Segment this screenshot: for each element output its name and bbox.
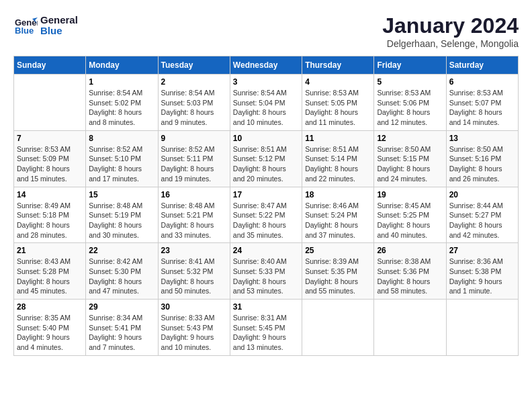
day-info: Sunrise: 8:51 AMSunset: 5:12 PMDaylight:… — [233, 144, 299, 184]
day-number: 6 — [449, 77, 515, 87]
day-info: Sunrise: 8:48 AMSunset: 5:21 PMDaylight:… — [161, 201, 227, 240]
day-number: 24 — [233, 246, 299, 255]
day-number: 27 — [449, 246, 515, 255]
day-info: Sunrise: 8:36 AMSunset: 5:38 PMDaylight:… — [449, 257, 515, 296]
calendar-week-5: 28Sunrise: 8:35 AMSunset: 5:40 PMDayligh… — [14, 300, 519, 356]
day-number: 28 — [17, 302, 83, 312]
day-info: Sunrise: 8:44 AMSunset: 5:27 PMDaylight:… — [449, 201, 515, 240]
day-number: 8 — [89, 134, 154, 143]
calendar-header: SundayMondayTuesdayWednesdayThursdayFrid… — [14, 56, 519, 75]
day-info: Sunrise: 8:49 AMSunset: 5:18 PMDaylight:… — [17, 201, 83, 240]
day-info: Sunrise: 8:35 AMSunset: 5:40 PMDaylight:… — [17, 313, 83, 353]
day-info: Sunrise: 8:53 AMSunset: 5:05 PMDaylight:… — [305, 88, 371, 128]
page-header: General Blue General Blue January 2024 D… — [13, 13, 519, 49]
calendar-cell: 14Sunrise: 8:49 AMSunset: 5:18 PMDayligh… — [14, 187, 86, 243]
day-header-monday: Monday — [86, 56, 158, 75]
calendar-cell: 12Sunrise: 8:50 AMSunset: 5:15 PMDayligh… — [374, 130, 446, 187]
day-info: Sunrise: 8:53 AMSunset: 5:07 PMDaylight:… — [449, 88, 515, 128]
calendar-cell: 23Sunrise: 8:41 AMSunset: 5:32 PMDayligh… — [158, 243, 230, 300]
day-info: Sunrise: 8:54 AMSunset: 5:04 PMDaylight:… — [233, 88, 299, 128]
calendar-cell: 22Sunrise: 8:42 AMSunset: 5:30 PMDayligh… — [86, 243, 158, 300]
day-header-wednesday: Wednesday — [230, 56, 302, 75]
calendar-cell — [374, 300, 446, 356]
location: Delgerhaan, Selenge, Mongolia — [382, 38, 519, 49]
day-info: Sunrise: 8:42 AMSunset: 5:30 PMDaylight:… — [89, 257, 154, 296]
day-header-thursday: Thursday — [302, 56, 374, 75]
day-info: Sunrise: 8:52 AMSunset: 5:10 PMDaylight:… — [89, 144, 154, 184]
day-number: 23 — [161, 246, 227, 255]
calendar-week-4: 21Sunrise: 8:43 AMSunset: 5:28 PMDayligh… — [14, 243, 519, 300]
calendar-cell: 1Sunrise: 8:54 AMSunset: 5:02 PMDaylight… — [86, 75, 158, 131]
calendar-cell: 27Sunrise: 8:36 AMSunset: 5:38 PMDayligh… — [446, 243, 518, 300]
day-number: 14 — [17, 190, 83, 199]
calendar-cell: 5Sunrise: 8:53 AMSunset: 5:06 PMDaylight… — [374, 75, 446, 131]
day-info: Sunrise: 8:50 AMSunset: 5:16 PMDaylight:… — [449, 144, 515, 184]
day-number: 11 — [305, 134, 371, 143]
day-info: Sunrise: 8:40 AMSunset: 5:33 PMDaylight:… — [233, 257, 299, 296]
calendar-cell: 24Sunrise: 8:40 AMSunset: 5:33 PMDayligh… — [230, 243, 302, 300]
day-number: 16 — [161, 190, 227, 199]
logo: General Blue General Blue — [13, 13, 78, 38]
calendar-cell: 29Sunrise: 8:34 AMSunset: 5:41 PMDayligh… — [86, 300, 158, 356]
day-info: Sunrise: 8:45 AMSunset: 5:25 PMDaylight:… — [377, 201, 443, 240]
day-info: Sunrise: 8:54 AMSunset: 5:03 PMDaylight:… — [161, 88, 227, 128]
day-header-tuesday: Tuesday — [158, 56, 230, 75]
day-header-sunday: Sunday — [14, 56, 86, 75]
calendar-cell: 4Sunrise: 8:53 AMSunset: 5:05 PMDaylight… — [302, 75, 374, 131]
calendar-week-3: 14Sunrise: 8:49 AMSunset: 5:18 PMDayligh… — [14, 187, 519, 243]
calendar-cell: 31Sunrise: 8:31 AMSunset: 5:45 PMDayligh… — [230, 300, 302, 356]
day-number: 17 — [233, 190, 299, 199]
calendar-cell: 25Sunrise: 8:39 AMSunset: 5:35 PMDayligh… — [302, 243, 374, 300]
calendar-cell: 13Sunrise: 8:50 AMSunset: 5:16 PMDayligh… — [446, 130, 518, 187]
day-header-friday: Friday — [374, 56, 446, 75]
calendar-cell: 26Sunrise: 8:38 AMSunset: 5:36 PMDayligh… — [374, 243, 446, 300]
day-info: Sunrise: 8:43 AMSunset: 5:28 PMDaylight:… — [17, 257, 83, 296]
calendar-cell: 3Sunrise: 8:54 AMSunset: 5:04 PMDaylight… — [230, 75, 302, 131]
title-block: January 2024 Delgerhaan, Selenge, Mongol… — [382, 13, 519, 49]
day-info: Sunrise: 8:46 AMSunset: 5:24 PMDaylight:… — [305, 201, 371, 240]
day-number: 25 — [305, 246, 371, 255]
day-info: Sunrise: 8:48 AMSunset: 5:19 PMDaylight:… — [89, 201, 154, 240]
calendar-cell: 9Sunrise: 8:52 AMSunset: 5:11 PMDaylight… — [158, 130, 230, 187]
day-info: Sunrise: 8:47 AMSunset: 5:22 PMDaylight:… — [233, 201, 299, 240]
calendar-cell: 6Sunrise: 8:53 AMSunset: 5:07 PMDaylight… — [446, 75, 518, 131]
calendar-cell: 21Sunrise: 8:43 AMSunset: 5:28 PMDayligh… — [14, 243, 86, 300]
calendar-cell: 18Sunrise: 8:46 AMSunset: 5:24 PMDayligh… — [302, 187, 374, 243]
day-number: 29 — [89, 302, 154, 312]
day-info: Sunrise: 8:54 AMSunset: 5:02 PMDaylight:… — [89, 88, 154, 128]
calendar-cell: 28Sunrise: 8:35 AMSunset: 5:40 PMDayligh… — [14, 300, 86, 356]
day-info: Sunrise: 8:39 AMSunset: 5:35 PMDaylight:… — [305, 257, 371, 296]
calendar-cell: 8Sunrise: 8:52 AMSunset: 5:10 PMDaylight… — [86, 130, 158, 187]
logo-icon: General Blue — [13, 13, 38, 38]
day-number: 5 — [377, 77, 443, 87]
day-info: Sunrise: 8:53 AMSunset: 5:09 PMDaylight:… — [17, 144, 83, 184]
day-number: 22 — [89, 246, 154, 255]
calendar-cell: 30Sunrise: 8:33 AMSunset: 5:43 PMDayligh… — [158, 300, 230, 356]
calendar-cell: 2Sunrise: 8:54 AMSunset: 5:03 PMDaylight… — [158, 75, 230, 131]
day-info: Sunrise: 8:51 AMSunset: 5:14 PMDaylight:… — [305, 144, 371, 184]
calendar-table: SundayMondayTuesdayWednesdayThursdayFrid… — [13, 56, 519, 356]
day-info: Sunrise: 8:53 AMSunset: 5:06 PMDaylight:… — [377, 88, 443, 128]
day-info: Sunrise: 8:50 AMSunset: 5:15 PMDaylight:… — [377, 144, 443, 184]
day-number: 19 — [377, 190, 443, 199]
day-number: 7 — [17, 134, 83, 143]
calendar-cell — [302, 300, 374, 356]
day-number: 31 — [233, 302, 299, 312]
calendar-week-2: 7Sunrise: 8:53 AMSunset: 5:09 PMDaylight… — [14, 130, 519, 187]
calendar-cell: 10Sunrise: 8:51 AMSunset: 5:12 PMDayligh… — [230, 130, 302, 187]
day-info: Sunrise: 8:31 AMSunset: 5:45 PMDaylight:… — [233, 313, 299, 353]
day-number: 4 — [305, 77, 371, 87]
calendar-cell — [14, 75, 86, 131]
day-number: 18 — [305, 190, 371, 199]
logo-general: General — [40, 15, 78, 26]
calendar-cell: 19Sunrise: 8:45 AMSunset: 5:25 PMDayligh… — [374, 187, 446, 243]
calendar-cell: 15Sunrise: 8:48 AMSunset: 5:19 PMDayligh… — [86, 187, 158, 243]
logo-blue: Blue — [40, 26, 78, 37]
day-number: 9 — [161, 134, 227, 143]
day-info: Sunrise: 8:38 AMSunset: 5:36 PMDaylight:… — [377, 257, 443, 296]
calendar-cell: 16Sunrise: 8:48 AMSunset: 5:21 PMDayligh… — [158, 187, 230, 243]
day-number: 13 — [449, 134, 515, 143]
calendar-cell: 17Sunrise: 8:47 AMSunset: 5:22 PMDayligh… — [230, 187, 302, 243]
calendar-cell: 7Sunrise: 8:53 AMSunset: 5:09 PMDaylight… — [14, 130, 86, 187]
day-number: 21 — [17, 246, 83, 255]
